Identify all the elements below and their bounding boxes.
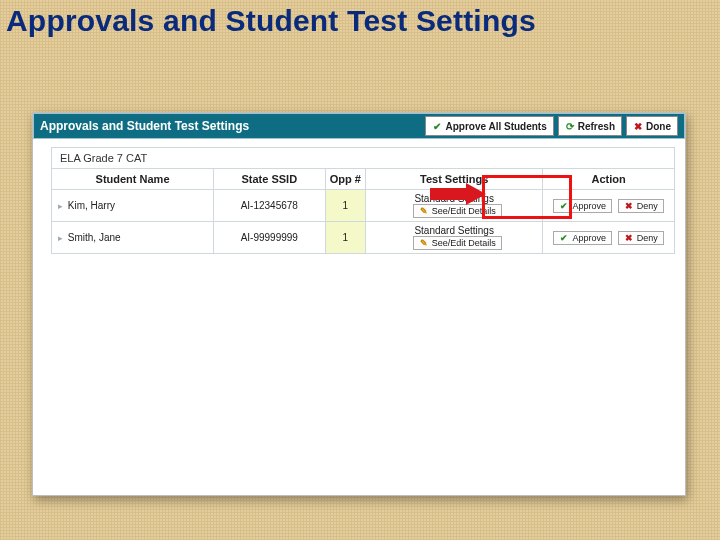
close-icon: ✖ bbox=[633, 121, 643, 132]
dialog-header: Approvals and Student Test Settings ✔ Ap… bbox=[33, 113, 685, 139]
approve-all-label: Approve All Students bbox=[445, 121, 546, 132]
col-student-name: Student Name bbox=[52, 169, 214, 190]
see-edit-label: See/Edit Details bbox=[432, 238, 496, 248]
deny-label: Deny bbox=[637, 201, 658, 211]
refresh-label: Refresh bbox=[578, 121, 615, 132]
pencil-icon: ✎ bbox=[419, 238, 429, 248]
approve-button[interactable]: ✔ Approve bbox=[553, 231, 612, 245]
dialog-body: ELA Grade 7 CAT Student Name State SSID … bbox=[33, 139, 685, 254]
see-edit-details-button[interactable]: ✎ See/Edit Details bbox=[413, 236, 502, 250]
approvals-dialog: Approvals and Student Test Settings ✔ Ap… bbox=[32, 112, 686, 496]
see-edit-label: See/Edit Details bbox=[432, 206, 496, 216]
check-icon: ✔ bbox=[432, 121, 442, 132]
check-icon: ✔ bbox=[559, 201, 569, 211]
table-row: ▸ Smith, Jane AI-99999999 1 Standard Set… bbox=[52, 222, 675, 254]
col-action: Action bbox=[543, 169, 675, 190]
x-icon: ✖ bbox=[624, 201, 634, 211]
cell-ssid: AI-12345678 bbox=[214, 190, 325, 222]
approve-all-button[interactable]: ✔ Approve All Students bbox=[425, 116, 553, 136]
cell-action: ✔ Approve ✖ Deny bbox=[543, 222, 675, 254]
check-icon: ✔ bbox=[559, 233, 569, 243]
settings-text: Standard Settings bbox=[414, 193, 494, 204]
student-name-text: Kim, Harry bbox=[68, 200, 115, 211]
dialog-title: Approvals and Student Test Settings bbox=[40, 119, 421, 133]
table-header-row: Student Name State SSID Opp # Test Setti… bbox=[52, 169, 675, 190]
pencil-icon: ✎ bbox=[419, 206, 429, 216]
cell-student-name: ▸ Kim, Harry bbox=[52, 190, 214, 222]
approve-label: Approve bbox=[572, 233, 606, 243]
cell-action: ✔ Approve ✖ Deny bbox=[543, 190, 675, 222]
approve-label: Approve bbox=[572, 201, 606, 211]
cell-ssid: AI-99999999 bbox=[214, 222, 325, 254]
deny-button[interactable]: ✖ Deny bbox=[618, 231, 664, 245]
table-row: ▸ Kim, Harry AI-12345678 1 Standard Sett… bbox=[52, 190, 675, 222]
test-name: ELA Grade 7 CAT bbox=[51, 147, 675, 168]
done-button[interactable]: ✖ Done bbox=[626, 116, 678, 136]
col-test-settings: Test Settings bbox=[366, 169, 543, 190]
cell-opp: 1 bbox=[325, 222, 366, 254]
chevron-right-icon: ▸ bbox=[58, 233, 63, 243]
cell-opp: 1 bbox=[325, 190, 366, 222]
refresh-icon: ⟳ bbox=[565, 121, 575, 132]
student-name-text: Smith, Jane bbox=[68, 232, 121, 243]
approve-button[interactable]: ✔ Approve bbox=[553, 199, 612, 213]
see-edit-details-button[interactable]: ✎ See/Edit Details bbox=[413, 204, 502, 218]
cell-test-settings: Standard Settings ✎ See/Edit Details bbox=[366, 222, 543, 254]
x-icon: ✖ bbox=[624, 233, 634, 243]
slide-title: Approvals and Student Test Settings bbox=[0, 0, 720, 40]
done-label: Done bbox=[646, 121, 671, 132]
refresh-button[interactable]: ⟳ Refresh bbox=[558, 116, 622, 136]
cell-student-name: ▸ Smith, Jane bbox=[52, 222, 214, 254]
col-state-ssid: State SSID bbox=[214, 169, 325, 190]
settings-text: Standard Settings bbox=[414, 225, 494, 236]
cell-test-settings: Standard Settings ✎ See/Edit Details bbox=[366, 190, 543, 222]
approvals-table: Student Name State SSID Opp # Test Setti… bbox=[51, 168, 675, 254]
deny-button[interactable]: ✖ Deny bbox=[618, 199, 664, 213]
col-opp: Opp # bbox=[325, 169, 366, 190]
deny-label: Deny bbox=[637, 233, 658, 243]
chevron-right-icon: ▸ bbox=[58, 201, 63, 211]
